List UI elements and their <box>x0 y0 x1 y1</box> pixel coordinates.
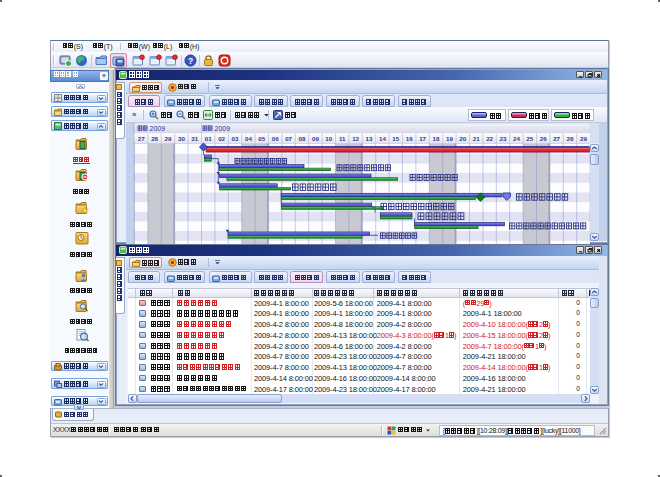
svg-text:04: 04 <box>245 135 252 142</box>
svg-text:19: 19 <box>446 135 453 142</box>
svg-text:2009: 2009 <box>150 125 166 132</box>
svg-text:23: 23 <box>500 135 507 142</box>
svg-text:29: 29 <box>580 135 587 142</box>
svg-text:29: 29 <box>165 135 172 142</box>
svg-text:12: 12 <box>352 135 359 142</box>
svg-text:24: 24 <box>513 135 520 142</box>
svg-text:22: 22 <box>486 135 493 142</box>
svg-text:30: 30 <box>178 135 185 142</box>
svg-text:20: 20 <box>459 135 466 142</box>
svg-text:21: 21 <box>473 135 480 142</box>
svg-text:09: 09 <box>312 135 319 142</box>
svg-text:11: 11 <box>339 135 346 142</box>
svg-text:28: 28 <box>151 135 158 142</box>
svg-text:18: 18 <box>433 135 440 142</box>
svg-text:25: 25 <box>526 135 533 142</box>
svg-text:03: 03 <box>232 135 239 142</box>
svg-text:01: 01 <box>205 135 212 142</box>
svg-text:05: 05 <box>258 135 265 142</box>
svg-text:17: 17 <box>419 135 426 142</box>
svg-text:13: 13 <box>366 135 373 142</box>
svg-text:06: 06 <box>272 135 279 142</box>
svg-text:26: 26 <box>540 135 547 142</box>
svg-text:10: 10 <box>325 135 332 142</box>
svg-text:31: 31 <box>191 135 198 142</box>
svg-text:27: 27 <box>553 135 560 142</box>
svg-text:28: 28 <box>567 135 574 142</box>
svg-text:14: 14 <box>379 135 386 142</box>
svg-text:02: 02 <box>218 135 225 142</box>
svg-text:2009: 2009 <box>215 125 231 132</box>
svg-text:08: 08 <box>299 135 306 142</box>
svg-text:27: 27 <box>138 135 145 142</box>
svg-text:15: 15 <box>392 135 399 142</box>
svg-text:07: 07 <box>285 135 292 142</box>
svg-text:?: ? <box>187 56 192 66</box>
svg-text:16: 16 <box>406 135 413 142</box>
